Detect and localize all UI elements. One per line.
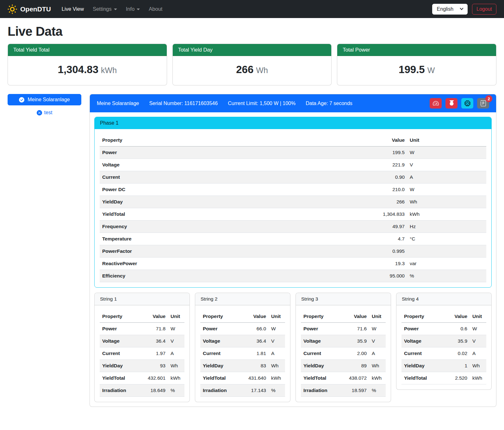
limit-settings-button[interactable] <box>430 98 442 109</box>
value-cell: 95.000 <box>363 270 407 282</box>
value-cell: 1,304.833 <box>363 208 407 221</box>
property-cell: Irradiation <box>100 384 141 397</box>
speedometer-icon <box>433 100 439 106</box>
card-title: Total Yield Day <box>173 44 332 56</box>
column-header: Property <box>200 310 241 323</box>
property-cell: Current <box>100 347 141 360</box>
property-cell: Voltage <box>200 335 241 347</box>
inverter-data-age: Data Age: 7 seconds <box>306 101 352 106</box>
phase-1-card: Phase 1 Property Value Unit Power199.5WV… <box>94 117 492 288</box>
unit-cell: var <box>407 258 486 270</box>
value-cell: 4.7 <box>363 233 407 245</box>
table-row: YieldTotal432.601kWh <box>100 372 184 384</box>
string-1-card: String 1 Property Value Unit <box>94 293 190 402</box>
column-header: Value <box>363 134 407 146</box>
table-row: Voltage35.9V <box>401 335 486 347</box>
sidebar-item-meine-solaranlage[interactable]: Meine Solaranlage <box>8 94 81 105</box>
column-header: Value <box>342 310 369 323</box>
column-header: Unit <box>269 310 285 323</box>
unit-cell: Wh <box>369 360 386 372</box>
value-cell: 18.649 <box>141 384 168 397</box>
property-cell: YieldTotal <box>100 208 363 221</box>
nav-item-label: About <box>149 6 162 12</box>
table-row: Irradiation18.649% <box>100 384 184 397</box>
nav-item-settings[interactable]: Settings <box>88 3 121 15</box>
nav-right: English Logout <box>432 4 496 15</box>
unit-cell <box>407 245 486 258</box>
table-row: Power71.8W <box>100 323 184 335</box>
unit-cell: Wh <box>269 360 285 372</box>
string-2-card: String 2 Property Value Unit <box>195 293 290 402</box>
sidebar-item-test[interactable]: test <box>8 109 81 116</box>
value-cell: 1.97 <box>141 347 168 360</box>
card-body: 1,304.83kWh <box>8 56 167 85</box>
total-power-unit: W <box>427 66 435 75</box>
property-cell: ReactivePower <box>100 258 363 270</box>
string-title: String 3 <box>296 293 391 305</box>
inverter-sidebar: Meine Solaranlage test <box>8 94 81 116</box>
string-3-card: String 3 Property Value Unit <box>296 293 391 402</box>
nav-item-info[interactable]: Info <box>121 3 145 15</box>
x-circle-icon <box>37 110 42 115</box>
total-yield-day-card: Total Yield Day 266Wh <box>172 44 332 85</box>
table-row: Power66.0W <box>200 323 285 335</box>
nav-item-about[interactable]: About <box>144 3 167 15</box>
unit-cell: kWh <box>369 372 386 384</box>
table-row: Efficiency95.000% <box>100 270 486 282</box>
table-row: Current0.02A <box>401 347 486 360</box>
value-cell: 49.97 <box>363 221 407 233</box>
property-cell: Frequency <box>100 221 363 233</box>
value-cell: 221.9 <box>363 159 407 171</box>
inverter-serial: Serial Number: 116171603546 <box>149 101 218 106</box>
property-cell: Power DC <box>100 184 363 196</box>
unit-cell: W <box>168 323 184 335</box>
string-body: Property Value Unit Power71.6WVoltage35.… <box>296 305 391 402</box>
property-cell: Voltage <box>401 335 443 347</box>
unit-cell: V <box>407 159 486 171</box>
value-cell: 0.02 <box>443 347 470 360</box>
unit-cell: Hz <box>407 221 486 233</box>
table-row: YieldTotal2.520kWh <box>401 372 486 384</box>
logout-button[interactable]: Logout <box>472 4 496 15</box>
power-button[interactable] <box>445 98 457 109</box>
unit-cell: A <box>470 347 486 360</box>
page-container: Live Data Total Yield Total 1,304.83kWh … <box>0 18 504 407</box>
value-cell: 210.0 <box>363 184 407 196</box>
language-select[interactable]: English <box>432 4 468 15</box>
nav-item-live-view[interactable]: Live View <box>57 3 88 15</box>
unit-cell: W <box>470 323 486 335</box>
table-row: YieldDay1Wh <box>401 360 486 372</box>
table-row: Voltage36.4V <box>200 335 285 347</box>
table-row: Irradiation17.143% <box>200 384 285 397</box>
value-cell: 18.597 <box>342 384 369 397</box>
unit-cell: W <box>407 184 486 196</box>
total-yield-total-value: 1,304.83 <box>58 64 98 75</box>
unit-cell: W <box>369 323 386 335</box>
unit-cell: Wh <box>168 360 184 372</box>
brand[interactable]: OpenDTU <box>8 4 51 14</box>
nav-item-label: Settings <box>93 6 112 12</box>
summary-cards-row: Total Yield Total 1,304.83kWh Total Yiel… <box>8 44 496 85</box>
value-cell: 1 <box>443 360 470 372</box>
string-2-table: Property Value Unit Power66.0WVoltage36.… <box>200 310 285 397</box>
property-cell: YieldDay <box>100 196 363 208</box>
sidebar-item-label: Meine Solaranlage <box>28 97 70 103</box>
total-power-card: Total Power 199.5W <box>337 44 496 85</box>
page-title: Live Data <box>8 24 496 39</box>
string-title: String 4 <box>396 293 491 305</box>
unit-cell: W <box>407 146 486 159</box>
value-cell: 432.601 <box>141 372 168 384</box>
property-cell: Efficiency <box>100 270 363 282</box>
table-row: PowerFactor0.995 <box>100 245 486 258</box>
string-body: Property Value Unit Power66.0WVoltage36.… <box>195 305 290 402</box>
power-icon <box>449 100 455 106</box>
unit-cell: A <box>269 347 285 360</box>
property-cell: Voltage <box>100 335 141 347</box>
event-log-button[interactable]: 2 <box>477 98 489 109</box>
card-title: Total Power <box>337 44 496 56</box>
card-body: 199.5W <box>337 56 496 85</box>
device-info-button[interactable] <box>461 98 473 109</box>
value-cell: 71.6 <box>342 323 369 335</box>
check-circle-icon <box>19 97 24 103</box>
property-cell: Irradiation <box>301 384 342 397</box>
